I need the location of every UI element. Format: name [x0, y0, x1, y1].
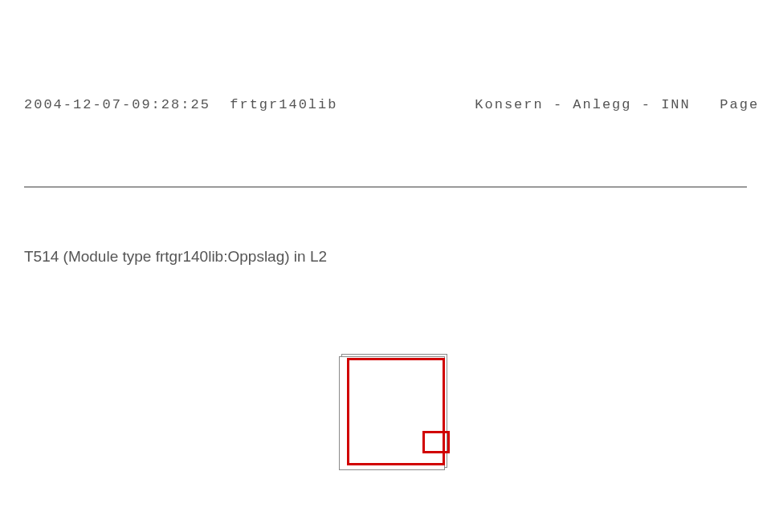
- library-name: frtgr140lib: [230, 97, 337, 112]
- module-diagram: [24, 335, 747, 473]
- module-title: T514 (Module type frtgr140lib:Oppslag) i…: [24, 246, 747, 268]
- diagram-red-inner: [422, 431, 450, 453]
- header-title: Konsern - Anlegg - INN: [475, 97, 690, 112]
- timestamp: 2004-12-07-09:28:25: [24, 97, 210, 112]
- report-header: 2004-12-07-09:28:25 frtgr140lib Konsern …: [24, 95, 747, 116]
- divider: [24, 186, 747, 188]
- page-label: Page: [720, 97, 759, 112]
